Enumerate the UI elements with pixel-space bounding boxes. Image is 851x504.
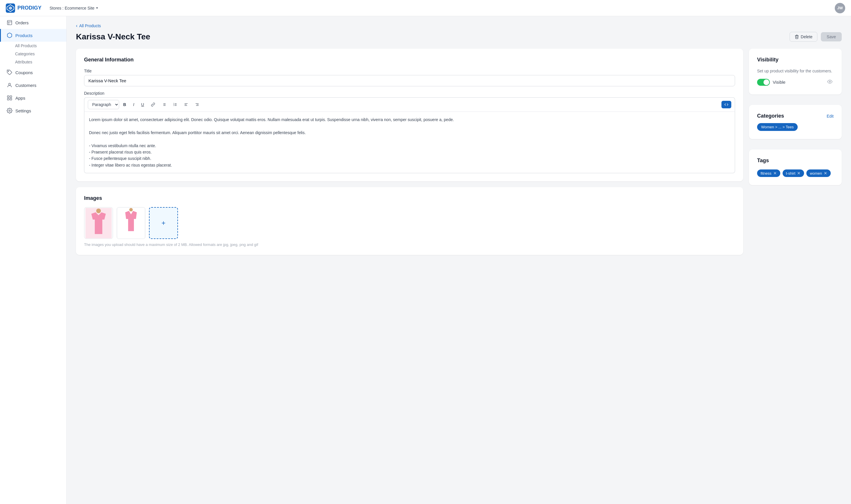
orders-icon	[7, 20, 13, 25]
rte-toolbar: Paragraph B I U	[84, 97, 735, 112]
svg-point-36	[129, 208, 133, 212]
categories-title: Categories	[757, 113, 784, 119]
topbar: PRODIGY Stores : Ecommerce Site ▾ JW	[0, 0, 851, 16]
categories-header: Categories Edit	[757, 113, 834, 119]
toggle-thumb	[763, 79, 769, 85]
category-badge[interactable]: Women > ... > Tees	[757, 123, 798, 131]
align-right-icon	[195, 103, 199, 107]
align-left-button[interactable]	[181, 101, 191, 108]
trash-icon	[795, 34, 799, 39]
sidebar-item-products[interactable]: Products	[0, 29, 66, 42]
save-button[interactable]: Save	[821, 32, 842, 41]
tag-remove-women[interactable]: ✕	[824, 171, 827, 176]
tag-badge-women: women ✕	[806, 169, 831, 177]
sidebar-sub-attributes[interactable]: Attributes	[0, 58, 66, 66]
logo[interactable]: PRODIGY	[6, 3, 41, 13]
tag-badge-tshirt: t-shirt ✕	[783, 169, 804, 177]
sidebar-item-coupons[interactable]: Coupons	[0, 66, 66, 79]
align-left-icon	[184, 103, 188, 107]
sidebar-item-customers[interactable]: Customers	[0, 79, 66, 92]
page-title: Karissa V-Neck Tee	[76, 32, 150, 41]
sidebar-item-settings[interactable]: Settings	[0, 104, 66, 117]
general-info-title: General Information	[84, 57, 735, 63]
images-card: Images	[76, 187, 743, 255]
svg-point-6	[8, 71, 9, 72]
svg-rect-10	[7, 98, 9, 100]
tag-remove-fitness[interactable]: ✕	[773, 171, 777, 176]
underline-button[interactable]: U	[138, 101, 147, 109]
chevron-down-icon: ▾	[96, 6, 98, 10]
coupons-icon	[7, 70, 13, 75]
list-icon	[162, 103, 166, 107]
visibility-title: Visibility	[757, 57, 834, 63]
chevron-left-icon: ‹	[76, 23, 77, 29]
visibility-description: Set up product visibility for the custom…	[757, 69, 834, 73]
image-hint: The images you upload should have a maxi…	[84, 242, 735, 247]
product-image-2	[118, 208, 144, 238]
code-button[interactable]	[722, 101, 731, 108]
svg-point-33	[96, 209, 101, 213]
description-label: Description	[84, 91, 735, 95]
visibility-toggle-row: Visible	[757, 78, 834, 86]
categories-edit-link[interactable]: Edit	[827, 114, 834, 119]
sidebar-sub-categories[interactable]: Categories	[0, 50, 66, 58]
ordered-list-icon: 123	[173, 103, 177, 107]
avatar[interactable]: JW	[835, 3, 845, 13]
image-thumb-1[interactable]	[84, 207, 113, 239]
svg-text:3: 3	[173, 105, 174, 106]
link-button[interactable]	[148, 101, 158, 108]
svg-rect-8	[7, 96, 9, 97]
tags-card: Tags fitness ✕ t-shirt ✕ women	[749, 149, 842, 185]
svg-point-37	[829, 81, 831, 83]
eye-icon	[827, 79, 832, 84]
images-title: Images	[84, 195, 735, 201]
header-actions: Delete Save	[789, 32, 842, 42]
bold-button[interactable]: B	[120, 101, 129, 109]
customers-icon	[7, 82, 13, 88]
breadcrumb[interactable]: ‹ All Products	[76, 23, 842, 29]
delete-button[interactable]: Delete	[789, 32, 817, 42]
tag-badge-fitness: fitness ✕	[757, 169, 780, 177]
eye-button[interactable]	[826, 78, 834, 86]
page-header: Karissa V-Neck Tee Delete Save	[76, 32, 842, 42]
svg-rect-9	[10, 96, 12, 97]
tags-row: fitness ✕ t-shirt ✕ women ✕	[757, 169, 834, 177]
tag-remove-tshirt[interactable]: ✕	[797, 171, 801, 176]
paragraph-select[interactable]: Paragraph	[88, 100, 119, 109]
general-info-card: General Information Title Description Pa…	[76, 49, 743, 181]
svg-point-12	[9, 110, 11, 111]
sidebar-item-apps[interactable]: Apps	[0, 92, 66, 104]
tags-title: Tags	[757, 158, 834, 164]
italic-button[interactable]: I	[130, 101, 137, 109]
products-icon	[7, 33, 13, 38]
svg-rect-3	[7, 21, 12, 25]
visibility-toggle-label: Visible	[773, 80, 785, 85]
sidebar-sub-all-products[interactable]: All Products	[0, 42, 66, 50]
categories-card: Categories Edit Women > ... > Tees	[749, 105, 842, 139]
settings-icon	[7, 108, 13, 113]
code-icon	[724, 103, 728, 107]
add-image-button[interactable]: +	[149, 207, 178, 239]
logo-text: PRODIGY	[17, 5, 41, 11]
image-thumb-2[interactable]	[117, 207, 145, 239]
svg-point-7	[9, 83, 11, 85]
images-grid: +	[84, 207, 735, 239]
link-icon	[151, 103, 155, 107]
apps-icon	[7, 95, 13, 101]
align-right-button[interactable]	[192, 101, 202, 108]
sidebar-item-orders[interactable]: Orders	[0, 16, 66, 29]
sidebar: Orders Products All Products Categories …	[0, 16, 67, 504]
store-selector[interactable]: Stores : Ecommerce Site ▾	[46, 4, 102, 12]
description-editor[interactable]: Lorem ipsum dolor sit amet, consectetuer…	[84, 112, 735, 173]
product-image-1	[86, 208, 111, 238]
svg-rect-11	[10, 98, 12, 100]
visibility-toggle[interactable]	[757, 79, 770, 86]
category-badge-container: Women > ... > Tees	[757, 123, 834, 131]
visibility-card: Visibility Set up product visibility for…	[749, 49, 842, 94]
title-label: Title	[84, 69, 735, 73]
unordered-list-button[interactable]	[159, 101, 169, 108]
right-panel: Visibility Set up product visibility for…	[749, 49, 842, 191]
main-content: ‹ All Products Karissa V-Neck Tee Delete…	[67, 16, 851, 504]
ordered-list-button[interactable]: 123	[170, 101, 180, 108]
title-input[interactable]	[84, 75, 735, 86]
